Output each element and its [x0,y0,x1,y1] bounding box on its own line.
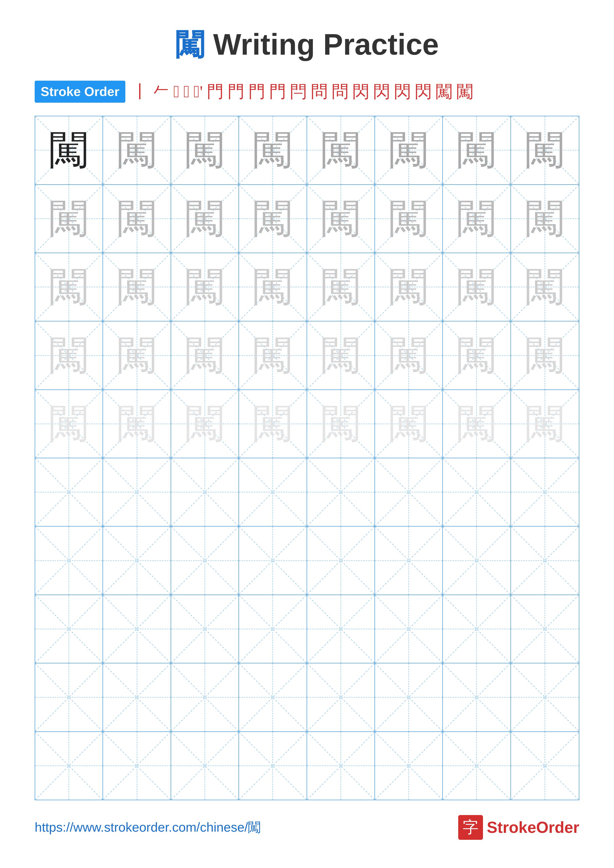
grid-cell-6-8[interactable] [511,458,579,526]
grid-cell-10-2[interactable] [103,732,171,800]
grid-cell-6-4[interactable] [239,458,307,526]
grid-cell-3-8[interactable]: 闖 [511,253,579,321]
grid-cell-4-8[interactable]: 闖 [511,321,579,389]
grid-cell-6-3[interactable] [171,458,239,526]
grid-cell-9-2[interactable] [103,663,171,731]
grid-cell-7-4[interactable] [239,527,307,594]
grid-cell-4-2[interactable]: 闖 [103,321,171,389]
grid-cell-7-2[interactable] [103,527,171,594]
svg-line-125 [443,595,510,663]
grid-cell-2-1[interactable]: 闖 [35,185,103,253]
grid-cell-7-5[interactable] [307,527,375,594]
grid-cell-5-3[interactable]: 闖 [171,390,239,458]
grid-row-1: 闖 闖 闖 闖 闖 闖 闖 闖 [35,116,579,184]
grid-cell-8-8[interactable] [511,595,579,663]
grid-cell-1-1[interactable]: 闖 [35,116,103,184]
grid-cell-1-2[interactable]: 闖 [103,116,171,184]
grid-cell-6-5[interactable] [307,458,375,526]
footer-logo-text: StrokeOrder [487,818,579,837]
grid-cell-10-5[interactable] [307,732,375,800]
grid-cell-1-7[interactable]: 闖 [443,116,511,184]
grid-cell-6-1[interactable] [35,458,103,526]
stroke-char-13: 閃 [351,80,371,104]
grid-cell-6-7[interactable] [443,458,511,526]
grid-cell-7-8[interactable] [511,527,579,594]
grid-cell-7-3[interactable] [171,527,239,594]
grid-cell-2-7[interactable]: 闖 [443,185,511,253]
grid-cell-9-5[interactable] [307,663,375,731]
grid-cell-5-1[interactable]: 闖 [35,390,103,458]
grid-cell-10-6[interactable] [375,732,443,800]
footer-url-link[interactable]: https://www.strokeorder.com/chinese/闖 [35,819,261,836]
grid-cell-3-1[interactable]: 闖 [35,253,103,321]
grid-cell-2-8[interactable]: 闖 [511,185,579,253]
grid-cell-3-7[interactable]: 闖 [443,253,511,321]
grid-cell-3-4[interactable]: 闖 [239,253,307,321]
grid-cell-5-4[interactable]: 闖 [239,390,307,458]
grid-cell-8-4[interactable] [239,595,307,663]
grid-cell-6-6[interactable] [375,458,443,526]
grid-cell-4-6[interactable]: 闖 [375,321,443,389]
svg-line-110 [511,527,579,594]
grid-cell-3-5[interactable]: 闖 [307,253,375,321]
grid-cell-3-6[interactable]: 闖 [375,253,443,321]
grid-cell-10-8[interactable] [511,732,579,800]
grid-cell-5-2[interactable]: 闖 [103,390,171,458]
grid-cell-10-4[interactable] [239,732,307,800]
grid-cell-1-5[interactable]: 闖 [307,116,375,184]
svg-line-85 [171,458,238,526]
grid-cell-7-7[interactable] [443,527,511,594]
grid-cell-5-5[interactable]: 闖 [307,390,375,458]
grid-cell-1-3[interactable]: 闖 [171,116,239,184]
practice-char: 闖 [117,192,157,245]
grid-cell-10-1[interactable] [35,732,103,800]
grid-cell-9-6[interactable] [375,663,443,731]
grid-cell-9-1[interactable] [35,663,103,731]
grid-cell-8-5[interactable] [307,595,375,663]
svg-line-120 [307,595,375,663]
grid-cell-1-4[interactable]: 闖 [239,116,307,184]
grid-cell-7-1[interactable] [35,527,103,594]
stroke-char-4: 𠃍 [182,80,191,104]
grid-cell-8-6[interactable] [375,595,443,663]
grid-cell-5-6[interactable]: 闖 [375,390,443,458]
grid-cell-5-7[interactable]: 闖 [443,390,511,458]
grid-cell-5-8[interactable]: 闖 [511,390,579,458]
grid-cell-2-5[interactable]: 闖 [307,185,375,253]
svg-line-90 [375,458,442,526]
grid-cell-8-2[interactable] [103,595,171,663]
grid-cell-8-3[interactable] [171,595,239,663]
grid-cell-6-2[interactable] [103,458,171,526]
grid-cell-4-3[interactable]: 闖 [171,321,239,389]
stroke-char-12: 問 [330,80,350,104]
grid-cell-9-7[interactable] [443,663,511,731]
svg-line-144 [35,732,103,800]
grid-cell-9-8[interactable] [511,663,579,731]
grid-cell-1-6[interactable]: 闖 [375,116,443,184]
svg-line-137 [307,663,375,731]
practice-char: 闖 [389,124,429,177]
grid-cell-3-2[interactable]: 闖 [103,253,171,321]
svg-line-136 [307,663,375,731]
grid-cell-2-4[interactable]: 闖 [239,185,307,253]
grid-cell-4-4[interactable]: 闖 [239,321,307,389]
grid-cell-8-7[interactable] [443,595,511,663]
grid-cell-4-7[interactable]: 闖 [443,321,511,389]
grid-cell-9-4[interactable] [239,663,307,731]
grid-cell-3-3[interactable]: 闖 [171,253,239,321]
grid-cell-2-2[interactable]: 闖 [103,185,171,253]
chinese-char-title: 闖 [175,28,205,61]
grid-cell-4-1[interactable]: 闖 [35,321,103,389]
grid-cell-2-6[interactable]: 闖 [375,185,443,253]
svg-line-158 [511,732,579,800]
svg-line-91 [375,458,442,526]
grid-cell-2-3[interactable]: 闖 [171,185,239,253]
grid-cell-4-5[interactable]: 闖 [307,321,375,389]
grid-cell-9-3[interactable] [171,663,239,731]
grid-cell-10-7[interactable] [443,732,511,800]
grid-cell-10-3[interactable] [171,732,239,800]
grid-cell-7-6[interactable] [375,527,443,594]
grid-cell-8-1[interactable] [35,595,103,663]
grid-row-6 [35,458,579,527]
grid-cell-1-8[interactable]: 闖 [511,116,579,184]
